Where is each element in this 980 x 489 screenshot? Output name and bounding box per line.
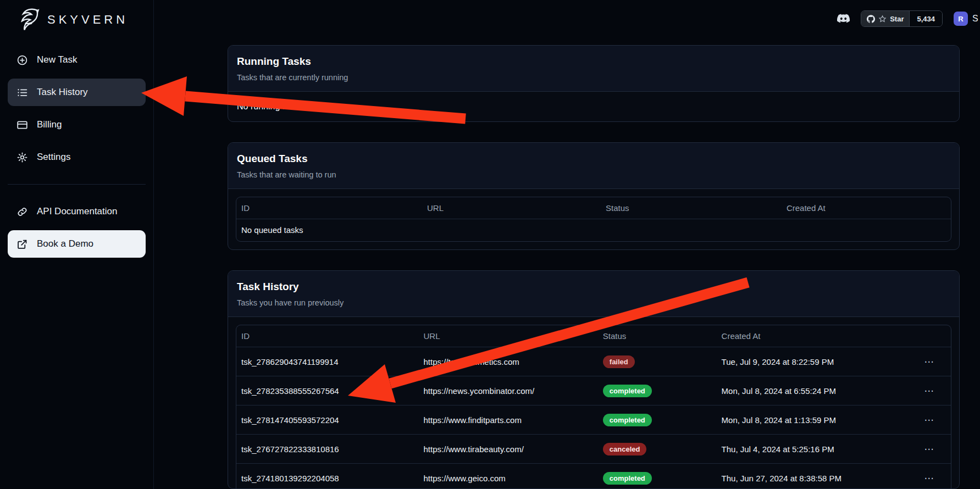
task-status-cell: completed: [598, 464, 717, 489]
row-menu-button[interactable]: ⋯: [924, 473, 934, 484]
task-created-cell: Mon, Jul 8, 2024 at 1:13:59 PM: [717, 405, 908, 435]
row-menu-button[interactable]: ⋯: [924, 356, 934, 368]
table-row[interactable]: tsk_278235388555267564 https://news.ycom…: [236, 376, 951, 405]
queued-tasks-card: Queued Tasks Tasks that are waiting to r…: [228, 142, 960, 250]
list-icon: [16, 87, 28, 98]
sidebar: SKYVERN New Task Task History Billing Se…: [0, 0, 154, 489]
queued-tasks-header: Queued Tasks Tasks that are waiting to r…: [228, 143, 959, 189]
external-link-icon: [16, 238, 28, 250]
running-tasks-empty: No running tasks: [228, 92, 959, 121]
column-header-status: Status: [598, 325, 717, 347]
task-created-cell: Tue, Jul 9, 2024 at 8:22:59 PM: [717, 347, 908, 376]
table-row[interactable]: tsk_276727822333810816 https://www.tirab…: [236, 435, 951, 464]
column-header-id: ID: [236, 197, 422, 219]
sidebar-item-new-task[interactable]: New Task: [8, 46, 146, 74]
column-header-status: Status: [601, 197, 782, 219]
task-url-cell: https://www.tirabeauty.com/: [419, 435, 598, 464]
card-title: Queued Tasks: [237, 153, 950, 165]
task-history-header: Task History Tasks you have run previous…: [228, 271, 959, 317]
task-url-cell: https://www.finditparts.com: [419, 405, 598, 435]
task-url-cell: https://www.geico.com: [419, 464, 598, 489]
column-header-created: Created At: [717, 325, 908, 347]
column-header-url: URL: [422, 197, 601, 219]
sidebar-item-task-history[interactable]: Task History: [8, 79, 146, 106]
status-badge: completed: [603, 385, 652, 397]
column-header-actions: [908, 325, 951, 347]
gear-icon: [16, 152, 28, 163]
table-row[interactable]: tsk_274180139292204058 https://www.geico…: [236, 464, 951, 489]
column-header-id: ID: [236, 325, 419, 347]
task-id-cell: tsk_278235388555267564: [236, 376, 419, 405]
queued-tasks-empty: No queued tasks: [236, 219, 951, 241]
task-url-cell: https://tartecosmetics.com: [419, 347, 598, 376]
card-title: Running Tasks: [237, 55, 950, 68]
task-id-cell: tsk_276727822333810816: [236, 435, 419, 464]
plus-circle-icon: [16, 54, 28, 66]
app-name: SKYVERN: [47, 13, 128, 27]
status-badge: completed: [603, 472, 652, 485]
sidebar-item-label: Billing: [37, 119, 62, 130]
task-id-cell: tsk_274180139292204058: [236, 464, 419, 489]
sidebar-item-label: Book a Demo: [37, 238, 93, 249]
column-header-created: Created At: [782, 197, 951, 219]
task-created-cell: Thu, Jun 27, 2024 at 8:38:58 PM: [717, 464, 908, 489]
table-row[interactable]: tsk_278629043741199914 https://tartecosm…: [236, 347, 951, 376]
task-history-table: ID URL Status Created At tsk_27862904374…: [236, 325, 951, 489]
column-header-url: URL: [419, 325, 598, 347]
task-status-cell: canceled: [598, 435, 717, 464]
user-label: S: [972, 14, 980, 24]
task-created-cell: Mon, Jul 8, 2024 at 6:55:24 PM: [717, 376, 908, 405]
task-history-card: Task History Tasks you have run previous…: [228, 270, 960, 489]
sidebar-item-label: API Documentation: [37, 206, 117, 217]
running-tasks-card: Running Tasks Tasks that are currently r…: [228, 45, 960, 122]
sidebar-item-billing[interactable]: Billing: [8, 111, 146, 138]
row-menu-button[interactable]: ⋯: [924, 385, 934, 397]
sidebar-item-label: Task History: [37, 87, 88, 98]
sidebar-nav: New Task Task History Billing Settings A…: [0, 46, 153, 258]
credit-card-icon: [16, 119, 28, 131]
card-subtitle: Tasks you have run previously: [237, 298, 950, 307]
task-status-cell: completed: [598, 405, 717, 435]
sidebar-item-settings[interactable]: Settings: [8, 143, 146, 171]
task-url-cell: https://news.ycombinator.com/: [419, 376, 598, 405]
task-created-cell: Thu, Jul 4, 2024 at 5:25:16 PM: [717, 435, 908, 464]
table-row: No queued tasks: [236, 219, 951, 241]
row-menu-button[interactable]: ⋯: [924, 443, 934, 455]
table-row[interactable]: tsk_278147405593572204 https://www.findi…: [236, 405, 951, 435]
skyvern-dragon-icon: [14, 5, 43, 34]
task-status-cell: completed: [598, 376, 717, 405]
main-content: Running Tasks Tasks that are currently r…: [228, 0, 960, 489]
book-a-demo-button[interactable]: Book a Demo: [8, 230, 146, 258]
sidebar-item-api-documentation[interactable]: API Documentation: [8, 198, 146, 225]
task-id-cell: tsk_278629043741199914: [236, 347, 419, 376]
task-status-cell: failed: [598, 347, 717, 376]
status-badge: completed: [603, 414, 652, 426]
status-badge: failed: [603, 355, 635, 368]
status-badge: canceled: [603, 443, 647, 455]
sidebar-item-label: New Task: [37, 54, 77, 65]
link-icon: [16, 206, 28, 218]
card-title: Task History: [237, 281, 950, 293]
row-menu-button[interactable]: ⋯: [924, 414, 934, 426]
card-subtitle: Tasks that are waiting to run: [237, 170, 950, 179]
running-tasks-header: Running Tasks Tasks that are currently r…: [228, 46, 959, 92]
app-logo: SKYVERN: [0, 0, 153, 34]
sidebar-item-label: Settings: [37, 152, 70, 163]
queued-tasks-table: ID URL Status Created At No queued tasks: [236, 197, 951, 242]
card-subtitle: Tasks that are currently running: [237, 73, 950, 82]
task-id-cell: tsk_278147405593572204: [236, 405, 419, 435]
sidebar-divider: [8, 184, 146, 185]
